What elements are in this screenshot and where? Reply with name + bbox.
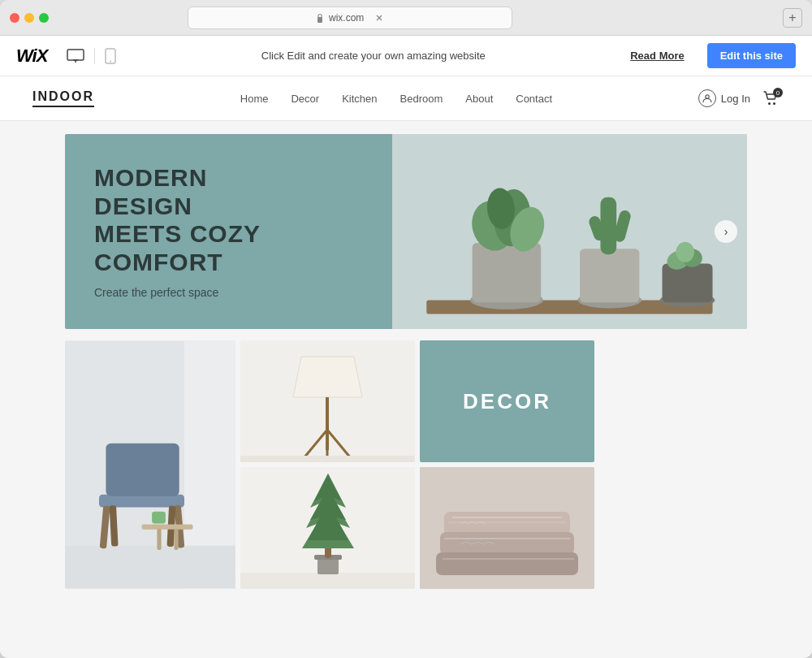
svg-rect-31: [65, 546, 235, 589]
gallery-chair[interactable]: [65, 340, 235, 589]
svg-rect-33: [106, 444, 179, 496]
next-slide-button[interactable]: ›: [715, 220, 737, 243]
svg-rect-50: [240, 573, 415, 589]
nav-kitchen[interactable]: Kitchen: [342, 93, 377, 105]
nav-about[interactable]: About: [465, 93, 493, 105]
svg-rect-41: [152, 512, 166, 524]
svg-marker-43: [293, 357, 362, 397]
nav-decor[interactable]: Decor: [291, 93, 319, 105]
chair-illustration: [65, 340, 235, 589]
svg-rect-58: [440, 532, 574, 555]
svg-rect-21: [601, 197, 617, 254]
svg-rect-39: [157, 529, 161, 550]
svg-rect-40: [174, 529, 178, 550]
blankets-illustration: [420, 467, 594, 589]
plants-illustration: [392, 134, 747, 329]
address-bar[interactable]: wix.com: [188, 6, 512, 29]
svg-rect-3: [67, 50, 84, 60]
site-logo: INDOOR: [32, 89, 94, 107]
user-icon: [698, 89, 716, 107]
device-sep: [94, 48, 95, 64]
hero-left: MODERNDESIGNMEETS COZYCOMFORT Create the…: [65, 134, 392, 329]
login-button[interactable]: Log In: [698, 89, 750, 107]
decor-label: DECOR: [463, 389, 551, 414]
promo-text: Click Edit and create your own amazing w…: [129, 50, 617, 62]
svg-point-9: [768, 102, 771, 105]
login-label: Log In: [721, 93, 750, 105]
device-icons: [67, 48, 116, 64]
nav-bedroom[interactable]: Bedroom: [400, 93, 443, 105]
wix-editor-bar: WiX Click Edit and create your own amazi…: [0, 36, 812, 76]
svg-point-7: [110, 60, 111, 62]
hero-subtitle: Create the perfect space: [94, 286, 363, 299]
tree-illustration: [240, 467, 415, 589]
new-tab-button[interactable]: +: [783, 8, 802, 28]
gallery-blankets[interactable]: [420, 467, 594, 589]
mobile-icon[interactable]: [105, 48, 116, 64]
svg-point-8: [706, 95, 709, 98]
gallery-tree[interactable]: [240, 467, 415, 589]
cart-count: 0: [773, 88, 783, 97]
hero-right: ›: [392, 134, 747, 329]
nav-home[interactable]: Home: [240, 93, 269, 105]
close-button[interactable]: [10, 13, 19, 23]
edit-site-button[interactable]: Edit this site: [707, 43, 796, 68]
hero-section: MODERNDESIGNMEETS COZYCOMFORT Create the…: [65, 134, 747, 329]
hero-title: MODERNDESIGNMEETS COZYCOMFORT: [94, 164, 363, 276]
gallery-lamp[interactable]: [240, 340, 415, 462]
gallery-decor-tile[interactable]: DECOR: [420, 340, 594, 462]
browser-titlebar: wix.com +: [0, 0, 812, 36]
site-navigation: INDOOR Home Decor Kitchen Bedroom About …: [0, 76, 812, 121]
svg-rect-25: [663, 263, 713, 302]
svg-rect-59: [436, 552, 578, 575]
website-content: INDOOR Home Decor Kitchen Bedroom About …: [0, 76, 812, 658]
nav-right: Log In 0: [698, 89, 780, 107]
svg-rect-14: [473, 243, 542, 302]
svg-rect-38: [142, 525, 193, 530]
gallery-grid: DECOR: [65, 340, 747, 589]
browser-window: wix.com + WiX Click Edit and create y: [0, 0, 812, 658]
svg-rect-0: [317, 17, 322, 23]
svg-point-28: [676, 242, 695, 262]
maximize-button[interactable]: [39, 13, 49, 23]
minimize-button[interactable]: [24, 13, 34, 23]
traffic-lights: [10, 13, 49, 23]
nav-contact[interactable]: Contact: [516, 93, 552, 105]
next-arrow-icon: ›: [724, 225, 728, 238]
nav-links: Home Decor Kitchen Bedroom About Contact: [123, 93, 669, 105]
desktop-icon[interactable]: [67, 49, 84, 63]
cart-button[interactable]: 0: [762, 89, 780, 107]
svg-rect-48: [240, 456, 415, 462]
wix-logo: WiX: [16, 45, 47, 67]
close-tab-icon[interactable]: [375, 14, 383, 22]
svg-point-10: [773, 102, 775, 105]
read-more-link[interactable]: Read More: [630, 50, 684, 62]
svg-rect-32: [99, 495, 184, 508]
url-text: wix.com: [329, 12, 364, 24]
svg-rect-20: [580, 249, 639, 302]
lock-icon: [316, 13, 324, 23]
lamp-illustration: [240, 340, 415, 462]
